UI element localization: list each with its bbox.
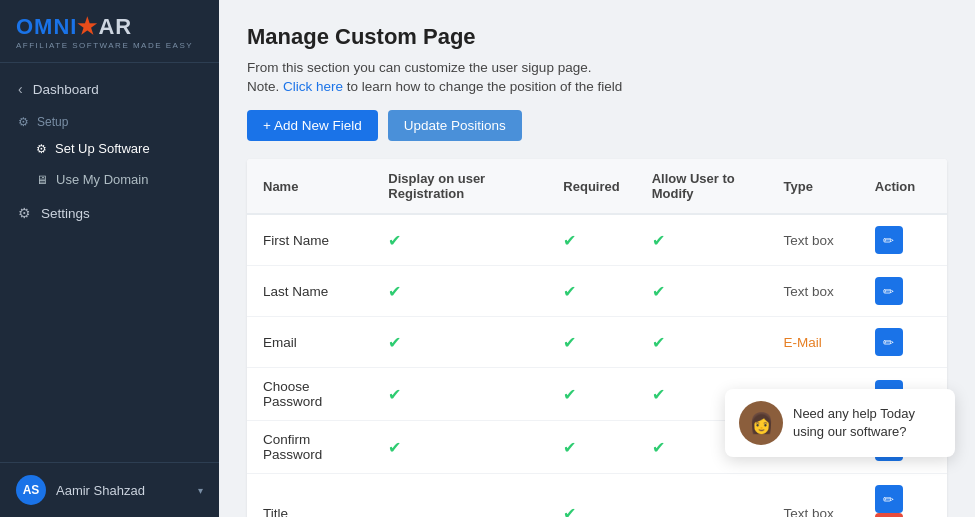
delete-button[interactable]: 🗑 xyxy=(875,513,903,517)
table-container: Name Display on user Registration Requir… xyxy=(247,159,947,517)
sidebar-footer[interactable]: AS Aamir Shahzad ▾ xyxy=(0,462,219,517)
help-bubble: 👩 Need any help Today using our software… xyxy=(725,389,955,457)
cell-action: ✏ xyxy=(859,214,947,266)
cell-name: Last Name xyxy=(247,266,372,317)
cell-required: ✔ xyxy=(547,317,635,368)
cell-display: ✔ xyxy=(372,317,547,368)
check-icon: ✔ xyxy=(563,439,576,456)
footer-chevron-icon: ▾ xyxy=(198,485,203,496)
check-icon: ✔ xyxy=(652,232,665,249)
sidebar-nav: ‹ Dashboard ⚙ Setup ⚙ Set Up Software 🖥 … xyxy=(0,63,219,462)
note-prefix: Note. xyxy=(247,79,283,94)
edit-button[interactable]: ✏ xyxy=(875,485,903,513)
cell-allow-modify xyxy=(636,474,768,518)
check-icon: ✔ xyxy=(652,386,665,403)
cell-type: Text box xyxy=(768,214,859,266)
cell-action: ✏🗑 xyxy=(859,474,947,518)
cell-name: Choose Password xyxy=(247,368,372,421)
cell-name: Confirm Password xyxy=(247,421,372,474)
help-text: Need any help Today using our software? xyxy=(793,405,941,441)
col-type: Type xyxy=(768,159,859,214)
cell-name: Email xyxy=(247,317,372,368)
table-header: Name Display on user Registration Requir… xyxy=(247,159,947,214)
cell-display: ✔ xyxy=(372,368,547,421)
cell-required: ✔ xyxy=(547,266,635,317)
col-display: Display on user Registration xyxy=(372,159,547,214)
sidebar-item-settings-label: Settings xyxy=(41,206,90,221)
check-icon: ✔ xyxy=(563,334,576,351)
check-icon: ✔ xyxy=(563,283,576,300)
sidebar-item-use-my-domain-label: Use My Domain xyxy=(56,172,148,187)
table-body: First Name✔✔✔Text box✏Last Name✔✔✔Text b… xyxy=(247,214,947,517)
page-title: Manage Custom Page xyxy=(247,24,947,50)
page-description: From this section you can customize the … xyxy=(247,60,947,75)
check-icon: ✔ xyxy=(388,439,401,456)
toolbar: + Add New Field Update Positions xyxy=(247,110,947,141)
add-new-field-button[interactable]: + Add New Field xyxy=(247,110,378,141)
col-allow-modify: Allow User to Modify xyxy=(636,159,768,214)
gear-icon: ⚙ xyxy=(36,142,47,156)
check-icon: ✔ xyxy=(652,439,665,456)
sidebar-section-setup: ⚙ Setup xyxy=(0,107,219,133)
chevron-left-icon: ‹ xyxy=(18,81,23,97)
cell-action: ✏ xyxy=(859,317,947,368)
check-icon: ✔ xyxy=(388,232,401,249)
sidebar-item-set-up-software[interactable]: ⚙ Set Up Software xyxy=(0,133,219,164)
cell-allow-modify: ✔ xyxy=(636,214,768,266)
edit-button[interactable]: ✏ xyxy=(875,226,903,254)
cell-name: Title xyxy=(247,474,372,518)
edit-button[interactable]: ✏ xyxy=(875,328,903,356)
cell-type: Text box xyxy=(768,266,859,317)
col-action: Action xyxy=(859,159,947,214)
table-row: First Name✔✔✔Text box✏ xyxy=(247,214,947,266)
cell-required: ✔ xyxy=(547,421,635,474)
help-avatar: 👩 xyxy=(739,401,783,445)
sidebar-item-settings[interactable]: ⚙ Settings xyxy=(0,195,219,231)
cell-name: First Name xyxy=(247,214,372,266)
avatar: AS xyxy=(16,475,46,505)
cell-type: E-Mail xyxy=(768,317,859,368)
monitor-icon: 🖥 xyxy=(36,173,48,187)
cell-allow-modify: ✔ xyxy=(636,266,768,317)
cell-display xyxy=(372,474,547,518)
cell-required: ✔ xyxy=(547,368,635,421)
logo-omni: OMNI xyxy=(16,14,77,39)
sidebar-item-dashboard[interactable]: ‹ Dashboard xyxy=(0,71,219,107)
col-name: Name xyxy=(247,159,372,214)
cell-allow-modify: ✔ xyxy=(636,317,768,368)
check-icon: ✔ xyxy=(388,386,401,403)
sidebar-item-set-up-software-label: Set Up Software xyxy=(55,141,150,156)
cell-display: ✔ xyxy=(372,214,547,266)
note-link[interactable]: Click here xyxy=(283,79,343,94)
cell-display: ✔ xyxy=(372,266,547,317)
table-row: Title✔Text box✏🗑 xyxy=(247,474,947,518)
sidebar: OMNI★AR AFFILIATE SOFTWARE MADE EASY ‹ D… xyxy=(0,0,219,517)
cell-display: ✔ xyxy=(372,421,547,474)
check-icon: ✔ xyxy=(652,334,665,351)
table-row: Last Name✔✔✔Text box✏ xyxy=(247,266,947,317)
custom-page-table: Name Display on user Registration Requir… xyxy=(247,159,947,517)
cell-required: ✔ xyxy=(547,214,635,266)
check-icon: ✔ xyxy=(563,386,576,403)
note-suffix: to learn how to change the position of t… xyxy=(343,79,622,94)
edit-button[interactable]: ✏ xyxy=(875,277,903,305)
col-required: Required xyxy=(547,159,635,214)
table-row: Email✔✔✔E-Mail✏ xyxy=(247,317,947,368)
logo-star: ★ xyxy=(77,14,98,39)
cell-type: Text box xyxy=(768,474,859,518)
setup-icon: ⚙ xyxy=(18,115,29,129)
check-icon: ✔ xyxy=(563,232,576,249)
cell-required: ✔ xyxy=(547,474,635,518)
page-note: Note. Click here to learn how to change … xyxy=(247,79,947,94)
logo-subtitle: AFFILIATE SOFTWARE MADE EASY xyxy=(16,41,203,50)
cell-action: ✏ xyxy=(859,266,947,317)
check-icon: ✔ xyxy=(563,505,576,518)
update-positions-button[interactable]: Update Positions xyxy=(388,110,522,141)
settings-icon: ⚙ xyxy=(18,205,31,221)
sidebar-item-use-my-domain[interactable]: 🖥 Use My Domain xyxy=(0,164,219,195)
footer-username: Aamir Shahzad xyxy=(56,483,145,498)
sidebar-item-dashboard-label: Dashboard xyxy=(33,82,99,97)
check-icon: ✔ xyxy=(388,283,401,300)
check-icon: ✔ xyxy=(388,334,401,351)
check-icon: ✔ xyxy=(652,283,665,300)
